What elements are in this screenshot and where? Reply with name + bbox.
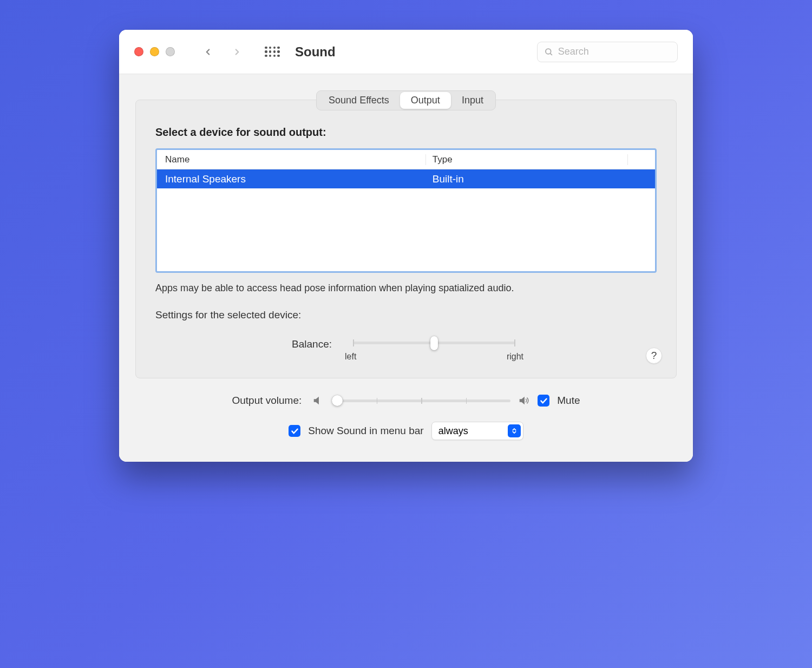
svg-line-1 (550, 53, 552, 55)
device-table[interactable]: Name Type Internal Speakers Built-in (155, 148, 657, 273)
table-header: Name Type (157, 150, 655, 169)
device-type: Built-in (426, 173, 655, 185)
balance-slider-labels: left right (345, 352, 523, 362)
close-window-button[interactable] (134, 47, 143, 56)
check-icon (540, 397, 548, 405)
window-title: Sound (295, 44, 336, 60)
tab-sound-effects[interactable]: Sound Effects (318, 92, 400, 109)
speaker-low-icon (312, 395, 324, 407)
panel-heading: Select a device for sound output: (155, 126, 657, 139)
zoom-window-button[interactable] (166, 47, 175, 56)
spatial-audio-note: Apps may be able to access head pose inf… (155, 283, 657, 294)
volume-label: Output volume: (232, 395, 302, 407)
footer: Output volume: Mute Show Sound (119, 378, 693, 440)
device-row[interactable]: Internal Speakers Built-in (157, 169, 655, 188)
output-panel: Select a device for sound output: Name T… (135, 100, 677, 378)
dropdown-value: always (438, 425, 468, 437)
column-name[interactable]: Name (157, 154, 426, 165)
show-in-menubar-label: Show Sound in menu bar (308, 425, 423, 437)
mute-checkbox[interactable] (538, 395, 549, 407)
balance-row: Balance: left right (155, 337, 657, 362)
back-icon[interactable] (203, 47, 213, 57)
search-input[interactable] (558, 46, 671, 57)
tab-bar: Sound Effects Output Input (119, 74, 693, 110)
balance-knob[interactable] (430, 336, 438, 350)
traffic-lights (134, 47, 175, 56)
help-button[interactable]: ? (646, 348, 662, 364)
settings-heading: Settings for the selected device: (155, 309, 657, 321)
sound-preferences-window: Sound Sound Effects Output Input Select … (119, 30, 693, 462)
titlebar: Sound (119, 30, 693, 74)
search-box[interactable] (537, 42, 678, 62)
tab-input[interactable]: Input (451, 92, 494, 109)
search-icon (544, 47, 554, 57)
tabs: Sound Effects Output Input (316, 90, 496, 110)
forward-icon[interactable] (232, 47, 242, 57)
tab-output[interactable]: Output (400, 92, 451, 109)
balance-left-label: left (345, 352, 356, 362)
balance-slider-wrap: left right (345, 337, 523, 362)
check-icon (291, 427, 299, 435)
dropdown-caret-icon (508, 424, 521, 437)
menubar-row: Show Sound in menu bar always (135, 422, 677, 440)
device-name: Internal Speakers (157, 173, 426, 185)
menubar-frequency-dropdown[interactable]: always (431, 422, 523, 440)
body-area: Sound Effects Output Input Select a devi… (119, 74, 693, 462)
balance-right-label: right (507, 352, 523, 362)
volume-slider[interactable] (332, 400, 510, 402)
volume-knob[interactable] (332, 395, 343, 406)
volume-row: Output volume: Mute (135, 395, 677, 407)
balance-slider[interactable] (353, 342, 515, 344)
nav-arrows (203, 47, 242, 57)
minimize-window-button[interactable] (150, 47, 159, 56)
speaker-high-icon (518, 395, 530, 407)
show-in-menubar-checkbox[interactable] (289, 425, 300, 437)
column-type[interactable]: Type (426, 154, 628, 165)
show-all-icon[interactable] (265, 47, 280, 57)
svg-point-0 (546, 49, 551, 54)
balance-label: Balance: (155, 337, 345, 350)
mute-label: Mute (557, 395, 580, 407)
